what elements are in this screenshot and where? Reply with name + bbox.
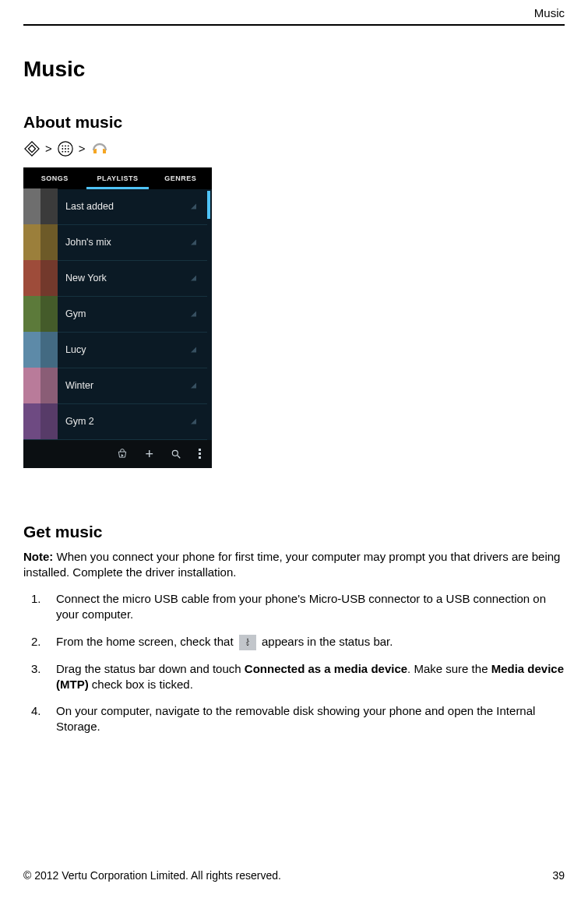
step-3: Drag the status bar down and touch Conne…: [45, 661, 565, 693]
playlist-name: Lucy: [65, 344, 86, 355]
playlist-name: New York: [65, 273, 107, 283]
playlist-row: Last added: [23, 189, 207, 225]
apps-grid-icon: [57, 140, 74, 157]
playlist-row: Gym 2: [23, 404, 207, 440]
path-separator: >: [79, 142, 86, 155]
shop-icon: [117, 449, 128, 460]
svg-rect-0: [25, 141, 39, 155]
svg-point-11: [68, 150, 69, 152]
svg-point-6: [62, 148, 63, 150]
step-3-text-e: check box is ticked.: [89, 678, 193, 691]
diamond-home-icon: [23, 140, 40, 157]
about-music-heading: About music: [23, 113, 565, 132]
path-separator: >: [45, 142, 52, 155]
get-music-steps: Connect the micro USB cable from your ph…: [23, 591, 565, 735]
copyright-text: © 2012 Vertu Corporation Limited. All ri…: [23, 869, 281, 882]
search-icon: [171, 449, 181, 460]
header-rule: [23, 24, 565, 26]
svg-point-10: [65, 150, 66, 152]
playlist-row: Winter: [23, 368, 207, 404]
overflow-menu-icon: [199, 449, 201, 459]
playlist-row: Gym: [23, 297, 207, 333]
svg-point-9: [62, 150, 63, 152]
playlist-name: Winter: [65, 380, 93, 391]
tab-playlists: PLAYLISTS: [86, 167, 150, 189]
page-footer: © 2012 Vertu Corporation Limited. All ri…: [23, 869, 565, 882]
phone-scrollbar: [207, 191, 210, 219]
playlist-row: Lucy: [23, 333, 207, 368]
expand-caret-icon: [191, 383, 196, 389]
playlist-art-icon: [23, 296, 58, 332]
page-number: 39: [552, 869, 565, 882]
step-4: On your computer, navigate to the remova…: [45, 703, 565, 735]
playlist-art-icon: [23, 332, 58, 368]
get-music-note: Note: When you connect your phone for fi…: [23, 549, 565, 581]
get-music-heading: Get music: [23, 523, 565, 541]
svg-point-14: [247, 638, 248, 639]
step-3-bold-1: Connected as a media device: [245, 662, 407, 675]
svg-point-3: [62, 145, 63, 146]
expand-caret-icon: [191, 240, 196, 245]
svg-line-13: [178, 455, 181, 458]
step-2-text-b: appears in the status bar.: [262, 635, 393, 648]
expand-caret-icon: [191, 347, 196, 353]
playlist-row: New York: [23, 261, 207, 297]
tab-genres: GENRES: [149, 167, 212, 189]
expand-caret-icon: [191, 204, 196, 210]
playlist-art-icon: [23, 368, 58, 403]
header-section-label: Music: [23, 0, 565, 24]
playlist-art-icon: [23, 260, 58, 296]
step-2-text-a: From the home screen, check that: [56, 635, 237, 648]
playlist-row: John's mix: [23, 225, 207, 261]
step-1: Connect the micro USB cable from your ph…: [45, 591, 565, 623]
step-3-text-c: . Make sure the: [407, 662, 491, 675]
note-body: When you connect your phone for first ti…: [23, 550, 560, 579]
add-icon: +: [145, 447, 153, 461]
svg-point-7: [65, 148, 66, 150]
svg-rect-1: [28, 145, 35, 152]
headphones-music-icon: [90, 139, 109, 158]
phone-bottom-bar: +: [23, 440, 212, 468]
phone-tab-bar: SONGS PLAYLISTS GENRES: [23, 167, 212, 189]
playlist-art-icon: [23, 403, 58, 439]
playlist-list: Last addedJohn's mixNew YorkGymLucyWinte…: [23, 189, 212, 440]
svg-point-4: [65, 145, 66, 146]
usb-status-icon: [239, 635, 256, 650]
expand-caret-icon: [191, 276, 196, 281]
playlist-art-icon: [23, 224, 58, 260]
svg-point-12: [172, 450, 178, 456]
tab-songs: SONGS: [23, 167, 86, 189]
svg-point-5: [68, 145, 69, 146]
playlist-name: John's mix: [65, 237, 111, 248]
expand-caret-icon: [191, 419, 196, 424]
page-title: Music: [23, 57, 565, 82]
expand-caret-icon: [191, 312, 196, 317]
playlist-name: Last added: [65, 201, 114, 212]
step-2: From the home screen, check that appears…: [45, 634, 565, 650]
playlist-art-icon: [23, 188, 58, 224]
svg-point-8: [68, 148, 69, 150]
note-label: Note:: [23, 550, 53, 563]
navigation-path: > >: [23, 139, 565, 158]
playlist-name: Gym: [65, 308, 86, 319]
phone-screenshot: SONGS PLAYLISTS GENRES Last addedJohn's …: [23, 167, 212, 468]
step-3-text-a: Drag the status bar down and touch: [56, 662, 245, 675]
playlist-name: Gym 2: [65, 416, 94, 427]
